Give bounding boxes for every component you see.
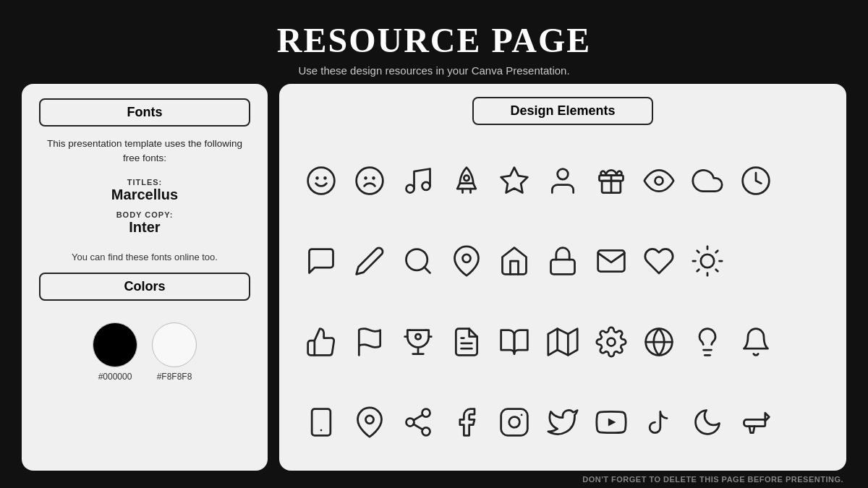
icon-mail xyxy=(589,223,633,300)
page-header: RESOURCE PAGE Use these design resources… xyxy=(277,0,592,84)
svg-point-44 xyxy=(406,419,414,427)
footer-note: DON'T FORGET TO DELETE THIS PAGE BEFORE … xyxy=(0,471,868,488)
icon-instagram xyxy=(493,385,537,461)
svg-point-0 xyxy=(308,167,335,194)
icon-search xyxy=(396,223,440,300)
icon-trophy xyxy=(396,304,440,380)
icon-rocket xyxy=(444,142,488,219)
svg-point-6 xyxy=(406,184,414,192)
left-panel: Fonts This presentation template uses th… xyxy=(22,84,268,471)
color-hex-white: #F8F8F8 xyxy=(157,372,192,382)
svg-line-47 xyxy=(414,415,423,420)
icon-twitter xyxy=(541,385,585,461)
icon-megaphone xyxy=(734,385,778,461)
icon-clock xyxy=(734,142,778,219)
icon-map xyxy=(541,304,585,380)
svg-point-7 xyxy=(422,182,430,190)
icon-pencil xyxy=(348,223,392,300)
svg-point-19 xyxy=(701,254,714,267)
svg-rect-48 xyxy=(501,409,528,436)
icon-empty-r1 xyxy=(782,142,826,219)
icon-house xyxy=(493,223,537,300)
design-elements-badge: Design Elements xyxy=(472,97,652,125)
icon-sad xyxy=(348,142,392,219)
icon-location xyxy=(348,385,392,461)
color-swatch-black: #000000 xyxy=(93,322,137,382)
icon-facebook xyxy=(444,385,488,461)
icon-sun xyxy=(686,223,730,300)
svg-point-45 xyxy=(422,428,430,436)
color-circle-white xyxy=(152,322,197,367)
icon-book xyxy=(493,304,537,380)
svg-line-23 xyxy=(716,270,718,272)
icon-lock xyxy=(541,223,585,300)
fonts-description: This presentation template uses the foll… xyxy=(39,137,250,166)
svg-point-13 xyxy=(655,176,663,184)
svg-rect-18 xyxy=(550,260,574,274)
icon-empty-r4 xyxy=(782,385,826,461)
right-panel: Design Elements xyxy=(279,84,846,471)
svg-point-35 xyxy=(607,338,615,346)
svg-point-2 xyxy=(325,177,326,179)
svg-line-27 xyxy=(716,251,718,253)
icon-flag xyxy=(348,304,392,380)
main-content: Fonts This presentation template uses th… xyxy=(0,84,868,471)
body-font-entry: BODY COPY: Inter xyxy=(116,210,174,236)
svg-line-22 xyxy=(697,251,699,253)
svg-point-43 xyxy=(422,409,430,417)
color-circle-black xyxy=(93,322,137,367)
title-font-entry: TITLES: Marcellus xyxy=(111,178,178,203)
svg-point-10 xyxy=(558,168,569,179)
color-swatch-white: #F8F8F8 xyxy=(152,322,197,382)
icon-tiktok xyxy=(637,385,681,461)
font-find-text: You can find these fonts online too. xyxy=(72,252,218,262)
svg-point-3 xyxy=(357,167,383,194)
icon-document xyxy=(444,304,488,380)
icon-youtube xyxy=(589,385,633,461)
svg-marker-32 xyxy=(548,328,577,355)
svg-point-5 xyxy=(373,177,375,179)
icon-chat xyxy=(299,223,344,300)
icon-smiley xyxy=(299,142,344,219)
fonts-badge: Fonts xyxy=(39,98,250,127)
icon-gift xyxy=(589,142,633,219)
svg-line-26 xyxy=(697,270,699,272)
icon-empty-r2a xyxy=(734,223,778,300)
design-elements-header: Design Elements xyxy=(299,97,826,135)
icon-eye xyxy=(637,142,681,219)
icon-empty-r3 xyxy=(782,304,826,380)
icon-thumbsup xyxy=(299,304,344,380)
title-font-label: TITLES: xyxy=(111,178,178,187)
svg-line-16 xyxy=(424,267,430,273)
icon-empty-r2b xyxy=(782,223,826,300)
page-title: RESOURCE PAGE xyxy=(277,20,592,60)
icon-pin xyxy=(444,223,488,300)
icon-mobile xyxy=(299,385,344,461)
icon-music xyxy=(396,142,440,219)
svg-line-46 xyxy=(414,424,423,429)
body-font-name: Inter xyxy=(116,219,174,236)
svg-point-29 xyxy=(415,334,420,339)
svg-marker-9 xyxy=(501,167,528,192)
colors-badge: Colors xyxy=(39,273,250,301)
color-swatches: #000000 #F8F8F8 xyxy=(93,322,197,382)
icon-star xyxy=(493,142,537,219)
icon-gear xyxy=(589,304,633,380)
colors-section: Colors #000000 #F8F8F8 xyxy=(39,273,250,382)
icon-globe xyxy=(637,304,681,380)
icons-grid xyxy=(299,142,826,461)
icon-lightbulb xyxy=(686,304,730,380)
icon-bell xyxy=(734,304,778,380)
svg-point-8 xyxy=(464,175,469,180)
icon-cloud xyxy=(686,142,730,219)
svg-rect-40 xyxy=(312,409,331,436)
svg-point-1 xyxy=(317,177,318,179)
page-subtitle: Use these design resources in your Canva… xyxy=(277,64,592,77)
color-hex-black: #000000 xyxy=(98,372,132,382)
svg-point-17 xyxy=(462,254,470,262)
icon-share xyxy=(396,385,440,461)
svg-marker-50 xyxy=(608,419,616,427)
title-font-name: Marcellus xyxy=(111,187,178,203)
icon-moon xyxy=(686,385,730,461)
svg-point-42 xyxy=(366,416,374,424)
